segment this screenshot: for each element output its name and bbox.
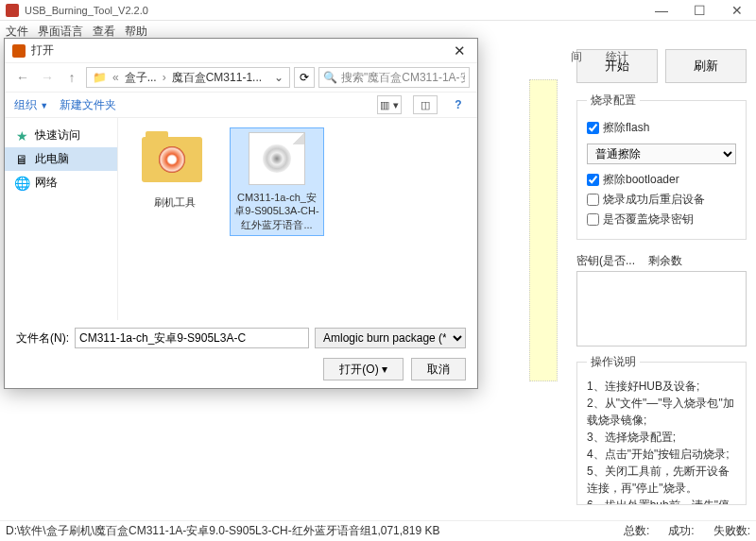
main-titlebar: USB_Burning_Tool_V2.2.0 — ☐ ✕ (0, 0, 756, 21)
filename-input[interactable] (75, 328, 309, 348)
key-table-header: 密钥(是否... 剩余数 (576, 253, 747, 269)
star-icon: ★ (14, 128, 29, 144)
tab-stats[interactable]: 统计 (606, 50, 628, 63)
filename-label: 文件名(N): (16, 330, 69, 347)
file-item-label: CM311-1a-ch_安卓9-S905L3A-CH-红外蓝牙语音... (234, 191, 319, 231)
preview-pane-button[interactable]: ◫ (413, 95, 438, 114)
file-item-label: 刷机工具 (131, 195, 218, 209)
dialog-footer: 文件名(N): Amlogic burn package (*.img 打开(O… (5, 320, 477, 388)
maximize-button[interactable]: ☐ (680, 0, 718, 21)
instruction-1: 1、连接好HUB及设备; (587, 378, 736, 395)
dialog-title: 打开 (31, 42, 450, 59)
status-total: 总数: (624, 523, 649, 539)
instruction-3: 3、选择烧录配置; (587, 429, 736, 446)
menu-view[interactable]: 查看 (93, 24, 115, 40)
breadcrumb-sep: « (112, 71, 119, 84)
nav-up-button[interactable]: ↑ (61, 67, 82, 88)
reboot-label: 烧录成功后重启设备 (603, 192, 705, 208)
sidebar-item-label: 网络 (35, 175, 58, 191)
device-list-area (529, 79, 558, 381)
sidebar-item-label: 快速访问 (35, 127, 80, 144)
key-list (576, 271, 747, 347)
burn-config-legend: 烧录配置 (587, 93, 640, 109)
view-mode-button[interactable]: ▥ ▾ (377, 95, 402, 114)
breadcrumb-item-2[interactable]: 魔百盒CM311-1... (172, 70, 262, 86)
computer-icon: 🖥 (14, 152, 29, 167)
right-panel: 开始 刷新 烧录配置 擦除flash 普通擦除 擦除bootloader 烧录成… (567, 42, 756, 520)
filetype-select[interactable]: Amlogic burn package (*.img (315, 328, 466, 348)
search-placeholder: 搜索"魔百盒CM311-1A-安卓... (341, 70, 465, 86)
nav-refresh-button[interactable]: ⟳ (294, 67, 315, 88)
file-item-folder[interactable]: 刷机工具 (128, 127, 222, 212)
breadcrumb-sep: › (163, 71, 166, 84)
key-col-2: 剩余数 (648, 253, 682, 269)
menu-file[interactable]: 文件 (6, 24, 28, 40)
overwrite-key-checkbox[interactable] (587, 213, 599, 226)
nav-back-button[interactable]: ← (12, 67, 33, 88)
search-icon: 🔍 (323, 71, 337, 84)
dialog-sidebar: ★ 快速访问 🖥 此电脑 🌐 网络 (5, 118, 118, 320)
minimize-button[interactable]: — (643, 0, 680, 21)
window-controls: — ☐ ✕ (643, 0, 756, 21)
sidebar-item-quickaccess[interactable]: ★ 快速访问 (5, 124, 117, 147)
erase-flash-label: 擦除flash (603, 120, 649, 136)
dialog-navbar: ← → ↑ 📁 « 盒子... › 魔百盒CM311-1... ⌄ ⟳ 🔍 搜索… (5, 63, 477, 92)
status-fail: 失败数: (713, 523, 750, 539)
dialog-close-button[interactable]: ✕ (450, 42, 470, 59)
search-input[interactable]: 🔍 搜索"魔百盒CM311-1A-安卓... (318, 67, 470, 88)
reboot-row[interactable]: 烧录成功后重启设备 (587, 192, 736, 208)
help-button[interactable]: ? (449, 95, 468, 114)
erase-mode-select[interactable]: 普通擦除 (587, 144, 736, 164)
refresh-button[interactable]: 刷新 (665, 49, 747, 83)
network-icon: 🌐 (14, 176, 29, 191)
instruction-6: 6、拔出外置hub前，请先"停止"烧录并关闭工具。 (587, 497, 736, 505)
file-open-dialog: 打开 ✕ ← → ↑ 📁 « 盒子... › 魔百盒CM311-1... ⌄ ⟳… (4, 38, 478, 389)
folder-icon: 📁 (93, 71, 107, 84)
new-folder-button[interactable]: 新建文件夹 (60, 97, 116, 113)
organize-button[interactable]: 组织 ▼ (14, 97, 48, 113)
dialog-icon (12, 44, 26, 58)
statusbar: D:\软件\盒子刷机\魔百盒CM311-1A-安卓9.0-S905L3-CH-红… (0, 520, 756, 541)
close-button[interactable]: ✕ (718, 0, 756, 21)
tab-header-remnant: 间 统计 (571, 49, 649, 65)
status-success: 成功: (668, 523, 694, 539)
status-path: D:\软件\盒子刷机\魔百盒CM311-1A-安卓9.0-S905L3-CH-红… (6, 523, 439, 539)
erase-bootloader-row[interactable]: 擦除bootloader (587, 172, 736, 188)
breadcrumb-dropdown[interactable]: ⌄ (274, 71, 284, 84)
dialog-toolbar: 组织 ▼ 新建文件夹 ▥ ▾ ◫ ? (5, 92, 477, 118)
sidebar-item-network[interactable]: 🌐 网络 (5, 171, 117, 194)
app-icon (6, 4, 19, 17)
overwrite-key-label: 是否覆盖烧录密钥 (603, 211, 694, 228)
erase-bootloader-label: 擦除bootloader (603, 172, 679, 188)
menu-language[interactable]: 界面语言 (38, 24, 83, 40)
reboot-checkbox[interactable] (587, 194, 599, 206)
sidebar-item-thispc[interactable]: 🖥 此电脑 (5, 147, 117, 171)
image-thumbnail (244, 132, 310, 185)
instructions-legend: 操作说明 (587, 354, 640, 370)
overwrite-key-row[interactable]: 是否覆盖烧录密钥 (587, 211, 736, 228)
instructions-group: 操作说明 1、连接好HUB及设备; 2、从"文件"—"导入烧录包"加载烧录镜像;… (576, 354, 747, 505)
window-title: USB_Burning_Tool_V2.2.0 (25, 5, 148, 16)
erase-bootloader-checkbox[interactable] (587, 174, 599, 186)
instruction-4: 4、点击"开始"按钮启动烧录; (587, 446, 736, 463)
open-button[interactable]: 打开(O) ▾ (323, 358, 404, 380)
folder-thumbnail (142, 137, 208, 190)
file-list[interactable]: 刷机工具 CM311-1a-ch_安卓9-S905L3A-CH-红外蓝牙语音..… (118, 118, 477, 320)
erase-flash-checkbox[interactable] (587, 122, 599, 134)
cancel-button[interactable]: 取消 (411, 358, 466, 380)
tab-time[interactable]: 间 (571, 50, 582, 63)
sidebar-item-label: 此电脑 (35, 151, 69, 167)
erase-flash-row[interactable]: 擦除flash (587, 120, 736, 136)
menu-help[interactable]: 帮助 (125, 24, 147, 40)
instruction-5: 5、关闭工具前，先断开设备连接，再"停止"烧录。 (587, 463, 736, 497)
burn-config-group: 烧录配置 擦除flash 普通擦除 擦除bootloader 烧录成功后重启设备… (576, 93, 747, 240)
file-item-image[interactable]: CM311-1a-ch_安卓9-S905L3A-CH-红外蓝牙语音... (230, 127, 324, 236)
breadcrumb[interactable]: 📁 « 盒子... › 魔百盒CM311-1... ⌄ (86, 67, 290, 88)
dialog-titlebar[interactable]: 打开 ✕ (5, 39, 477, 63)
nav-forward-button[interactable]: → (37, 67, 58, 88)
instruction-2: 2、从"文件"—"导入烧录包"加载烧录镜像; (587, 395, 736, 429)
breadcrumb-item-1[interactable]: 盒子... (125, 70, 157, 86)
key-col-1: 密钥(是否... (576, 253, 635, 269)
instructions-text: 1、连接好HUB及设备; 2、从"文件"—"导入烧录包"加载烧录镜像; 3、选择… (587, 378, 736, 505)
